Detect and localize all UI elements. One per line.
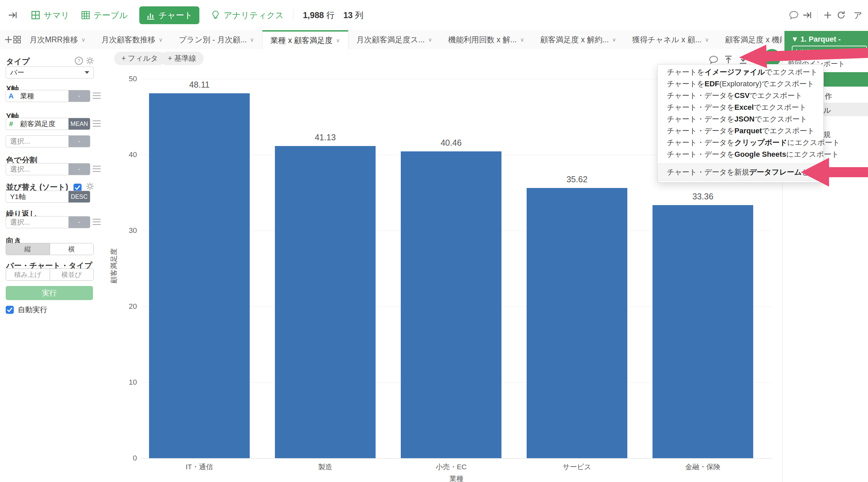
bar-3[interactable] <box>527 188 627 458</box>
type-settings-gear-icon[interactable] <box>86 56 94 65</box>
view-analytics-button[interactable]: アナリティクス <box>211 10 284 21</box>
export-menu-item-export-json[interactable]: チャート・データをJSONでエクスポート <box>657 113 824 125</box>
orientation-option[interactable]: 縦 <box>6 243 50 255</box>
export-menu-item-save-as-dataframe[interactable]: チャート・データを新規データフレームとして保存 <box>657 164 824 181</box>
bar-1[interactable] <box>275 146 376 458</box>
color-placeholder: 選択... <box>6 164 68 174</box>
bar-2[interactable] <box>401 151 501 458</box>
chart-type-select[interactable]: バー <box>6 66 94 79</box>
chart-tab-5[interactable]: 機能利用回数 x 解...∨ <box>440 30 532 49</box>
y-axis-field[interactable]: # 顧客満足度 MEAN <box>6 118 90 130</box>
x-axis-field[interactable]: A 業種 - <box>6 90 90 102</box>
annotation-arrow-save-dataframe <box>801 158 868 187</box>
sort-settings-gear-icon[interactable] <box>86 182 94 191</box>
bar-type-option[interactable]: 横並び <box>50 269 94 280</box>
type-label: タイプ <box>6 56 30 67</box>
chevron-down-icon[interactable]: ∨ <box>612 37 616 43</box>
bar-chart-icon <box>146 10 155 20</box>
chevron-down-icon[interactable]: ∨ <box>159 37 163 43</box>
sort-field[interactable]: Y1軸 DESC <box>6 191 90 203</box>
chart-tab-bar: 月次MRR推移∨月次顧客数推移∨プラン別 - 月次顧...∨業種 x 顧客満足度… <box>0 30 782 49</box>
bar-value-label: 35.62 <box>527 175 627 184</box>
chart-tab-0[interactable]: 月次MRR推移∨ <box>22 30 93 49</box>
chart-tab-4[interactable]: 月次顧客満足度ス...∨ <box>348 30 440 49</box>
add-step-icon[interactable] <box>821 8 834 22</box>
add-chart-tab-icon[interactable] <box>4 30 13 49</box>
view-analytics-label: アナリティクス <box>223 10 284 21</box>
bar-value-label: 41.13 <box>275 132 376 142</box>
repeat-field[interactable]: 選択... - <box>6 216 90 228</box>
column-count: 13 列 <box>343 10 364 21</box>
refresh-icon[interactable] <box>834 8 848 22</box>
bar-value-label: 40.46 <box>401 138 501 148</box>
truncated-toolbar-text: ア <box>848 10 868 21</box>
add-filter-button[interactable]: + フィルタ <box>114 52 165 65</box>
view-chart-button[interactable]: チャート <box>139 6 200 24</box>
x-axis-menu-icon[interactable] <box>93 93 101 99</box>
view-table-label: テーブル <box>94 10 128 21</box>
y-tick-label: 20 <box>117 302 137 311</box>
chevron-down-icon[interactable]: ∨ <box>336 37 340 43</box>
toolbar-divider <box>817 9 818 21</box>
collapse-right-panel-icon[interactable] <box>801 8 814 22</box>
expand-sidebar-icon[interactable] <box>6 8 20 22</box>
chevron-down-icon[interactable]: ∨ <box>705 37 709 43</box>
chart-tab-label: 月次顧客満足度ス... <box>356 35 425 45</box>
auto-run-row: 自動実行 <box>6 305 47 315</box>
chart-list-icon[interactable] <box>13 30 22 49</box>
toolbar-right-icons: ア <box>787 0 868 30</box>
view-table-button[interactable]: テーブル <box>81 10 128 21</box>
chart-tab-3[interactable]: 業種 x 顧客満足度∨ <box>262 30 348 49</box>
x-category-label: IT・通信 <box>136 462 262 472</box>
chevron-down-icon[interactable]: ∨ <box>81 37 85 43</box>
color-menu-icon[interactable] <box>93 166 101 172</box>
y2-axis-field[interactable]: 選択... - <box>6 135 90 147</box>
chart-tab-2[interactable]: プラン別 - 月次顧...∨ <box>171 30 262 49</box>
chart-tab-6[interactable]: 顧客満足度 x 解約...∨ <box>532 30 624 49</box>
export-menu-item-export-clipboard[interactable]: チャート・データをクリップボードにエクスポート <box>657 137 824 148</box>
repeat-menu-icon[interactable] <box>93 219 101 225</box>
add-baseline-button[interactable]: + 基準線 <box>160 52 204 65</box>
y2-axis-agg-badge[interactable]: - <box>68 135 90 147</box>
y-axis-title: 顧客満足度 <box>109 244 119 288</box>
orientation-option[interactable]: 横 <box>50 243 94 255</box>
numeric-column-icon: # <box>6 120 16 128</box>
export-menu-item-export-edf[interactable]: チャートをEDF (Exploratory)でエクスポート <box>657 78 824 90</box>
auto-run-label: 自動実行 <box>18 305 47 315</box>
bar-type-option[interactable]: 積み上げ <box>6 269 50 280</box>
x-category-label: 金融・保険 <box>640 462 766 472</box>
repeat-agg-badge[interactable]: - <box>68 216 90 228</box>
color-agg-badge[interactable]: - <box>68 163 90 175</box>
run-button[interactable]: 実行 <box>6 286 93 300</box>
y-axis-value: 顧客満足度 <box>16 119 68 128</box>
y-tick-label: 40 <box>117 150 137 159</box>
help-icon[interactable]: ? <box>74 56 83 65</box>
table-grid-icon <box>81 10 90 20</box>
sort-direction-badge[interactable]: DESC <box>68 191 90 202</box>
x-axis-title: 業種 <box>141 474 772 482</box>
chevron-down-icon[interactable]: ∨ <box>250 37 254 43</box>
y-tick-label: 50 <box>117 74 137 83</box>
x-axis-agg-badge[interactable]: - <box>68 90 90 102</box>
color-field[interactable]: 選択... - <box>6 163 90 175</box>
export-menu-item-export-csv[interactable]: チャート・データをCSVでエクスポート <box>657 90 824 101</box>
y-tick-label: 0 <box>117 454 137 462</box>
chart-tab-1[interactable]: 月次顧客数推移∨ <box>93 30 171 49</box>
y-axis-agg-badge[interactable]: MEAN <box>68 118 90 129</box>
comment-icon[interactable] <box>787 8 801 22</box>
chevron-down-icon[interactable]: ∨ <box>520 37 524 43</box>
annotation-arrow-download <box>739 41 868 69</box>
auto-run-checkbox[interactable] <box>6 306 14 314</box>
chevron-down-icon[interactable]: ∨ <box>428 37 432 43</box>
y-axis-menu-icon[interactable] <box>93 121 101 126</box>
bar-0[interactable] <box>149 93 250 458</box>
export-menu-item-export-excel[interactable]: チャート・データをExcelでエクスポート <box>657 101 824 113</box>
chart-tab-7[interactable]: 獲得チャネル x 顧...∨ <box>624 30 717 49</box>
chart-config-sidebar: タイプ ? バー X軸 A 業種 - Y軸 # 顧客満足度 MEAN 選択...… <box>0 49 104 482</box>
export-menu-item-export-google-sheets[interactable]: チャート・データをGoogle Sheetsにエクスポート <box>657 148 824 160</box>
bar-4[interactable] <box>652 205 753 458</box>
x-category-label: サービス <box>514 462 640 472</box>
export-menu-item-export-parquet[interactable]: チャート・データをParquetでエクスポート <box>657 125 824 137</box>
top-toolbar: サマリ テーブル チャート アナリティクス 1,988 行 13 列 <box>0 0 868 31</box>
view-summary-button[interactable]: サマリ <box>31 10 69 21</box>
